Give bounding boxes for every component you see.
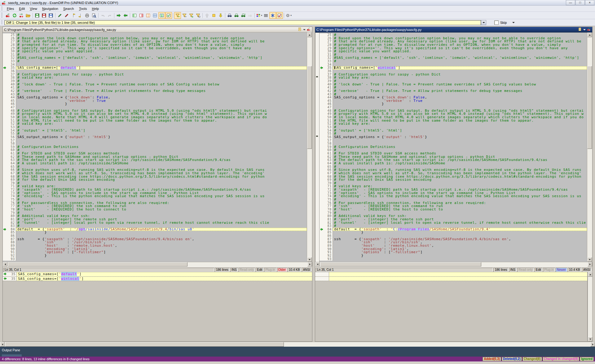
- chevron-down-icon[interactable]: [303, 29, 306, 30]
- toolbar-current-diff-button[interactable]: [210, 12, 217, 19]
- code-text: #: [16, 224, 307, 228]
- chevron-down-icon[interactable]: [583, 29, 586, 30]
- code-line: 73# 'options' - SAS options to include i…: [3, 192, 307, 195]
- toolbar-flag-up-button[interactable]: [70, 12, 77, 19]
- recompare-cherries-icon[interactable]: [587, 27, 591, 32]
- menu-tools[interactable]: Tools: [77, 6, 90, 11]
- code-line: 90 'encoding': 'latin1',: [3, 248, 307, 251]
- edit-pane-vertical-scrollbar[interactable]: [588, 272, 593, 342]
- toolbar-save-all-button[interactable]: [47, 12, 54, 19]
- menu-view[interactable]: View: [27, 6, 40, 11]
- toolbar-filter-changed-button[interactable]: [181, 12, 188, 19]
- toolbar-pencil-green-button[interactable]: [56, 12, 63, 19]
- toolbar-find-button[interactable]: [226, 12, 233, 19]
- toolbar-save-red-button[interactable]: [41, 12, 47, 19]
- right-vertical-scrollbar[interactable]: [587, 32, 592, 262]
- right-file-path-bar[interactable]: C:\Program Files\Python\Python37\Lib\sit…: [315, 27, 592, 32]
- gutter-marker: [320, 63, 324, 67]
- gutter-marker: [3, 158, 7, 162]
- toolbar-prev-diff-button[interactable]: [204, 12, 210, 19]
- toolbar-cherries-button[interactable]: [4, 12, 11, 19]
- toolbar-pane-left-button[interactable]: [131, 12, 138, 19]
- toolbar-refresh-button[interactable]: [11, 12, 18, 19]
- menu-search[interactable]: Search: [61, 6, 77, 11]
- toolbar-filter-minus-button[interactable]: [188, 12, 195, 19]
- window-resize-edge[interactable]: [0, 362, 595, 364]
- gutter-marker: [320, 214, 324, 218]
- menu-edit[interactable]: Edit: [16, 6, 27, 11]
- output-pane-tab[interactable]: [2, 354, 22, 357]
- toolbar-folder-open-button[interactable]: [25, 12, 32, 19]
- code-text: # specific value you want applied.: [16, 50, 307, 53]
- code-text: ssh = {'saspath' : '/opt/sasinside/SASHo…: [333, 238, 587, 241]
- toolbar-filter-num-button[interactable]: [195, 12, 201, 19]
- edit-pane-row[interactable]: 35SAS_config_names=['winlocal']: [3, 277, 312, 281]
- toolbar-redo-button[interactable]: [106, 12, 113, 19]
- close-button[interactable]: ×: [585, 0, 594, 5]
- menu-files[interactable]: Files: [4, 6, 16, 11]
- toolbar-settings-drop-button[interactable]: ▾: [285, 12, 292, 19]
- toolbar-pane-both-button[interactable]: [152, 12, 158, 19]
- toolbar-match-case-button[interactable]: AB: [247, 12, 253, 19]
- file-info-icon[interactable]: [578, 27, 582, 32]
- toolbar-find-next-button[interactable]: [233, 12, 240, 19]
- edit-pane-row[interactable]: 35SAS_config_names=['default']: [3, 272, 312, 277]
- toolbar-preview-button[interactable]: [90, 12, 97, 19]
- maximize-button[interactable]: □: [575, 0, 585, 5]
- toolbar-printer-button[interactable]: [84, 12, 90, 19]
- toolbar-options-grid-button[interactable]: [276, 12, 283, 19]
- line-number: 56: [7, 136, 16, 139]
- toolbar-go-right-button[interactable]: [115, 12, 122, 19]
- toolbar-pane-right-button[interactable]: [138, 12, 145, 19]
- toolbar-plugins-button[interactable]: [269, 12, 276, 19]
- gutter-marker: [3, 218, 7, 221]
- code-text: SAS_config_options = {'lock_down': False…: [16, 96, 307, 99]
- left-horizontal-scrollbar[interactable]: [3, 262, 312, 267]
- left-code-editor[interactable]: 25#26# Based upon the lock_down configur…: [3, 32, 307, 262]
- toolbar-next-diff-button[interactable]: [217, 12, 224, 19]
- right-horizontal-scrollbar[interactable]: [315, 262, 592, 267]
- edit-pane-horizontal-scrollbar[interactable]: [0, 342, 595, 347]
- toolbar-pane-split-button[interactable]: [145, 12, 152, 19]
- recompare-cherries-icon[interactable]: [306, 27, 311, 32]
- edit-pane-left[interactable]: 35SAS_config_names=['default']35SAS_conf…: [2, 272, 312, 342]
- gutter-marker: [320, 258, 324, 261]
- code-line: 77# 'ssh' - [REQUIRED] the ssh command t…: [320, 205, 587, 208]
- toolbar-flag-down-button[interactable]: [77, 12, 84, 19]
- code-text: # the SAS session encoding (see https://…: [16, 175, 307, 179]
- cherries-icon: [5, 13, 10, 18]
- file-info-icon[interactable]: [298, 27, 302, 32]
- edit-pane-right[interactable]: [315, 272, 588, 342]
- code-line: 59# Configuration Definitions: [320, 145, 587, 149]
- right-code-editor[interactable]: 25#26# Based upon the lock_down configur…: [320, 32, 587, 262]
- diffbar-grip[interactable]: [1, 20, 2, 25]
- diff-combo-dropdown-button[interactable]: [481, 20, 486, 25]
- toolbar-filter-all-button[interactable]: [174, 12, 181, 19]
- toolbar-pane-sync-button[interactable]: [158, 12, 165, 19]
- toolbar-cherries-swap-button[interactable]: [18, 12, 25, 19]
- left-file-path-bar[interactable]: C:\Program Files\Python\Python37\Lib\sit…: [3, 27, 312, 32]
- toolbar-grip[interactable]: [1, 6, 2, 11]
- diffbar-overflow-icon[interactable]: [512, 22, 515, 23]
- toolbar-find-prev-button[interactable]: [240, 12, 247, 19]
- minimize-button[interactable]: —: [566, 0, 575, 5]
- toolbar-save-green-button[interactable]: [34, 12, 41, 19]
- toolbar-go-left-button[interactable]: [122, 12, 129, 19]
- toolbar-pencil-red-button[interactable]: [63, 12, 70, 19]
- left-vertical-scrollbar[interactable]: [307, 32, 312, 262]
- line-number: 56: [324, 136, 333, 139]
- line-number: 81: [7, 218, 16, 221]
- toolbar-pane-auto-button[interactable]: [165, 12, 172, 19]
- toolbar-undo-button[interactable]: [99, 12, 106, 19]
- code-line: 53#: [3, 126, 307, 129]
- toolbar-layout-drop-button[interactable]: ▾: [256, 12, 262, 19]
- current-diff-combo[interactable]: Diff 1: Change 1 line (35, first file) t…: [4, 20, 481, 25]
- menu-help[interactable]: Help: [89, 6, 101, 11]
- diff-summary-text: 4 differences: 8 lines, 13 inline differ…: [0, 357, 483, 361]
- diff-map-strip[interactable]: [315, 32, 320, 262]
- toolbar-grip[interactable]: [1, 13, 2, 18]
- toolbar-lines-view-button[interactable]: [262, 12, 269, 19]
- code-line: 65#: [320, 165, 587, 169]
- menu-navigation[interactable]: Navigation: [40, 6, 61, 11]
- skip-checkbox[interactable]: [494, 20, 499, 25]
